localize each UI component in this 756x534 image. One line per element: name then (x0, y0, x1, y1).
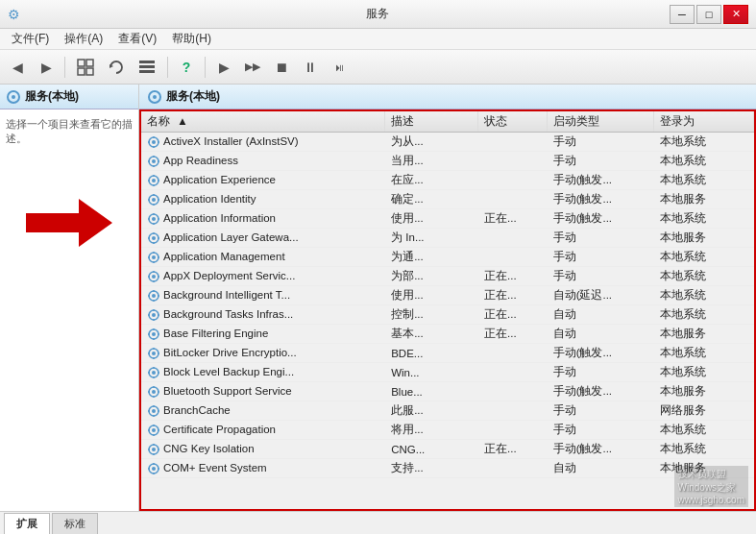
service-gear-icon (147, 443, 160, 456)
table-row[interactable]: App Readiness 当用... 手动 本地系统 (141, 152, 754, 171)
table-row[interactable]: Block Level Backup Engi... Win... 手动 本地系… (141, 363, 754, 382)
list-button[interactable] (132, 54, 162, 81)
service-desc-cell: 此服... (385, 401, 478, 421)
help-button[interactable]: ? (173, 54, 200, 81)
service-desc-cell: 为通... (385, 248, 478, 267)
table-row[interactable]: COM+ Event System 支持... 自动 本地服务 (141, 459, 754, 478)
table-row[interactable]: BranchCache 此服... 手动 网络服务 (141, 401, 754, 421)
service-login-cell: 本地系统 (653, 248, 753, 267)
play-button[interactable]: ▶ (210, 54, 237, 81)
service-startup-cell: 手动(触发... (547, 344, 653, 363)
services-table-wrapper[interactable]: 名称 ▲ 描述 状态 启动类型 登录为 (139, 109, 756, 511)
col-header-startup[interactable]: 启动类型 (547, 111, 653, 133)
content-area: 服务(本地) 名称 ▲ 描述 状态 启动类型 登录为 (139, 85, 756, 511)
service-desc-cell: CNG... (385, 440, 478, 459)
menu-view[interactable]: 查看(V) (110, 29, 164, 49)
service-name-cell: Bluetooth Support Service (141, 382, 385, 401)
service-name-cell: Application Layer Gatewa... (141, 229, 385, 248)
view-button[interactable] (70, 54, 101, 81)
forward-button[interactable]: ▶ (33, 54, 60, 81)
svg-point-50 (152, 255, 156, 259)
service-status-cell: 正在... (478, 209, 548, 229)
service-gear-icon (147, 404, 160, 418)
service-status-cell (478, 133, 548, 152)
menu-file[interactable]: 文件(F) (4, 29, 57, 49)
service-name-cell: ActiveX Installer (AxInstSV) (141, 133, 385, 152)
service-gear-icon (147, 135, 160, 149)
svg-point-68 (152, 313, 156, 317)
table-row[interactable]: Application Information 使用... 正在... 手动(触… (141, 209, 754, 229)
table-row[interactable]: Bluetooth Support Service Blue... 手动(触发.… (141, 382, 754, 401)
service-status-cell (478, 363, 548, 382)
svg-rect-7 (139, 70, 155, 73)
svg-point-116 (152, 467, 156, 471)
pause-button[interactable]: ⏸ (297, 54, 324, 81)
table-row[interactable]: Certificate Propagation 将用... 手动 本地系统 (141, 421, 754, 440)
service-login-cell: 本地系统 (653, 440, 753, 459)
svg-rect-6 (139, 65, 155, 68)
col-header-name[interactable]: 名称 ▲ (141, 111, 385, 133)
service-login-cell: 本地系统 (653, 363, 753, 382)
service-login-cell: 本地系统 (653, 152, 753, 171)
table-row[interactable]: BitLocker Drive Encryptio... BDE... 手动(触… (141, 344, 754, 363)
menu-help[interactable]: 帮助(H) (164, 29, 219, 49)
service-gear-icon (147, 308, 160, 322)
minimize-button[interactable]: ─ (670, 5, 695, 24)
sidebar-title: 服务(本地) (25, 88, 79, 105)
service-desc-cell: 控制... (385, 305, 478, 325)
menu-bar: 文件(F) 操作(A) 查看(V) 帮助(H) (0, 29, 756, 50)
service-status-cell (478, 421, 548, 440)
svg-point-44 (152, 236, 156, 240)
col-header-desc[interactable]: 描述 (385, 111, 478, 133)
toolbar-separator-2 (167, 57, 168, 78)
svg-rect-1 (86, 60, 93, 66)
refresh-button[interactable] (103, 54, 130, 81)
content-header: 服务(本地) (139, 85, 756, 109)
table-row[interactable]: Background Tasks Infras... 控制... 正在... 自… (141, 305, 754, 325)
service-name-cell: Background Tasks Infras... (141, 305, 385, 325)
sidebar-description: 选择一个项目来查看它的描述。 (0, 109, 138, 511)
back-button[interactable]: ◀ (4, 54, 31, 81)
tab-standard[interactable]: 标准 (52, 513, 98, 534)
service-login-cell: 本地服务 (653, 325, 753, 344)
maximize-button[interactable]: □ (696, 5, 721, 24)
service-login-cell: 本地系统 (653, 305, 753, 325)
table-row[interactable]: Application Experience 在应... 手动(触发... 本地… (141, 171, 754, 190)
table-row[interactable]: AppX Deployment Servic... 为部... 正在... 手动… (141, 267, 754, 286)
restart-button[interactable]: ⏯ (326, 54, 353, 81)
service-desc-cell: 为从... (385, 133, 478, 152)
col-header-login[interactable]: 登录为 (653, 111, 753, 133)
service-startup-cell: 手动 (547, 133, 653, 152)
table-row[interactable]: Application Layer Gatewa... 为 In... 手动 本… (141, 229, 754, 248)
stop-button[interactable]: ⏹ (268, 54, 295, 81)
service-status-cell (478, 401, 548, 421)
service-login-cell: 本地系统 (653, 344, 753, 363)
service-status-cell (478, 152, 548, 171)
service-login-cell: 本地系统 (653, 421, 753, 440)
table-row[interactable]: ActiveX Installer (AxInstSV) 为从... 手动 本地… (141, 133, 754, 152)
table-row[interactable]: Application Identity 确定... 手动(触发... 本地服务 (141, 190, 754, 209)
service-name-cell: COM+ Event System (141, 459, 385, 478)
table-row[interactable]: CNG Key Isolation CNG... 正在... 手动(触发... … (141, 440, 754, 459)
service-startup-cell: 自动 (547, 325, 653, 344)
menu-action[interactable]: 操作(A) (57, 29, 110, 49)
service-desc-cell: BDE... (385, 344, 478, 363)
tab-expand[interactable]: 扩展 (4, 513, 50, 534)
service-desc-cell: 当用... (385, 152, 478, 171)
service-startup-cell: 手动 (547, 267, 653, 286)
close-button[interactable]: ✕ (723, 5, 748, 24)
service-gear-icon (147, 231, 160, 245)
toolbar-separator-3 (205, 57, 206, 78)
window-title: 服务 (85, 6, 670, 22)
col-header-status[interactable]: 状态 (478, 111, 548, 133)
svg-marker-10 (26, 199, 112, 247)
service-status-cell (478, 229, 548, 248)
play2-button[interactable]: ▶▶ (239, 54, 266, 81)
table-row[interactable]: Base Filtering Engine 基本... 正在... 自动 本地服… (141, 325, 754, 344)
service-login-cell: 本地系统 (653, 209, 753, 229)
table-row[interactable]: Application Management 为通... 手动 本地系统 (141, 248, 754, 267)
service-name-cell: BranchCache (141, 401, 385, 421)
table-row[interactable]: Background Intelligent T... 使用... 正在... … (141, 286, 754, 305)
svg-rect-2 (78, 68, 85, 75)
table-header-row: 名称 ▲ 描述 状态 启动类型 登录为 (141, 111, 754, 133)
